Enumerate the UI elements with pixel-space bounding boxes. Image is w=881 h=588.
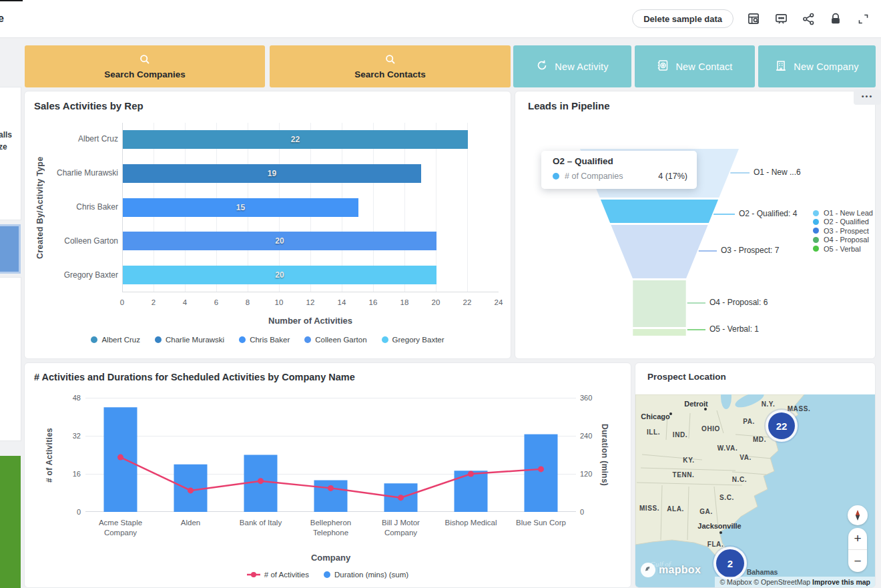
tooltip-series-dot <box>553 173 559 180</box>
category-label: Bishop Medical <box>436 518 507 528</box>
bar[interactable]: 20 <box>123 232 436 250</box>
compass-control[interactable] <box>848 505 868 525</box>
funnel-stage-label: O4 - Proposal: 6 <box>709 298 768 307</box>
state-label: IND. <box>673 431 687 438</box>
activities-durations-card: # Activities and Durations for Scheduled… <box>24 362 631 588</box>
state-label: VA. <box>740 454 752 461</box>
expand-icon[interactable] <box>856 11 870 26</box>
delete-sample-data-button[interactable]: Delete sample data <box>632 9 733 28</box>
state-label: W.VA. <box>717 445 738 452</box>
funnel-stage[interactable] <box>601 200 718 223</box>
left-tick: 16 <box>57 470 81 478</box>
funnel-tooltip: O2 – Qualified # of Companies 4 (17%) <box>541 151 697 189</box>
legend-item[interactable]: O1 - New Lead <box>813 209 873 217</box>
legend-item[interactable]: O3 - Prospect <box>813 227 869 235</box>
state-label: PA. <box>743 418 755 425</box>
city-label: Detroit <box>684 400 707 408</box>
bar[interactable]: 15 <box>123 198 358 217</box>
legend-dot <box>91 336 97 343</box>
cluster-marker[interactable]: 2 <box>713 547 747 580</box>
bar[interactable]: 19 <box>123 164 421 183</box>
legend-dot <box>304 336 311 343</box>
funnel-stage-label: O5 - Verbal: 1 <box>709 324 759 334</box>
presentation-icon[interactable] <box>774 11 788 26</box>
report-search-icon[interactable] <box>746 11 761 26</box>
legend-item[interactable]: Colleen Garton <box>304 336 366 344</box>
legend-item[interactable]: O4 - Proposal <box>813 236 869 244</box>
new-company-button[interactable]: New Company <box>758 45 876 87</box>
zoom-controls: + − <box>848 528 867 572</box>
activities-point[interactable] <box>468 471 474 477</box>
city-label: Chicago <box>641 412 669 420</box>
duration-bar[interactable] <box>455 471 488 512</box>
leads-pipeline-card: Leads in Pipeline O1 - New ...6O2 - Qual… <box>515 91 876 359</box>
share-icon[interactable] <box>801 11 816 26</box>
activities-point[interactable] <box>188 487 194 493</box>
activities-point[interactable] <box>328 485 334 491</box>
duration-bar[interactable] <box>314 481 348 513</box>
zoom-in-button[interactable]: + <box>848 528 867 550</box>
bar[interactable]: 22 <box>123 130 468 149</box>
button-label: Search Contacts <box>354 69 426 79</box>
new-contact-button[interactable]: New Contact <box>635 45 755 87</box>
state-label: GA. <box>699 508 713 515</box>
zoom-out-button[interactable]: − <box>848 550 867 572</box>
activities-point[interactable] <box>538 466 544 472</box>
state-label: TENN. <box>673 471 695 479</box>
attribution-text: © Mapbox © OpenStreetMap <box>719 578 812 586</box>
sidebar-blue-card[interactable] <box>0 224 21 274</box>
state-label: OHIO <box>701 425 720 432</box>
legend-item[interactable]: O2 - Qualified <box>813 218 869 226</box>
legend-item[interactable]: # of Activities <box>247 571 309 579</box>
x-tick: 14 <box>338 298 346 306</box>
activities-point[interactable] <box>398 495 404 501</box>
category-label: Alden <box>156 518 226 528</box>
left-tick: 32 <box>57 432 81 440</box>
y-axis-title: Created By/Activity Type <box>35 123 45 292</box>
new-activity-button[interactable]: New Activity <box>513 45 631 87</box>
category-label: Gregory Baxter <box>47 270 118 280</box>
improve-map-link[interactable]: Improve this map <box>812 578 870 586</box>
edge-artifact <box>0 0 23 1</box>
mapbox-wordmark: mapbox <box>659 564 701 576</box>
funnel-stage[interactable] <box>633 280 685 327</box>
legend-item[interactable]: Duration (mins) (sum) <box>324 571 408 579</box>
search-contacts-button[interactable]: Search Contacts <box>270 45 511 87</box>
state-label: MISS. <box>639 505 659 512</box>
legend-item[interactable]: Gregory Baxter <box>382 336 445 344</box>
duration-bar[interactable] <box>525 434 558 512</box>
funnel-stage[interactable] <box>633 329 685 336</box>
button-label: New Company <box>794 61 858 72</box>
legend-item[interactable]: Charlie Murawski <box>155 336 224 344</box>
legend-item[interactable]: Albert Cruz <box>91 336 140 344</box>
sidebar-card-middle <box>0 277 21 441</box>
legend-item[interactable]: O5 - Verbal <box>813 245 861 253</box>
category-label: Chris Baker <box>47 202 118 212</box>
truncated-nav-text: e <box>0 13 4 25</box>
lock-icon[interactable] <box>828 11 843 26</box>
cluster-marker[interactable]: 22 <box>766 410 798 442</box>
left-axis-title: # of Activities <box>45 398 54 512</box>
activities-point[interactable] <box>258 478 264 484</box>
sidebar-green-card[interactable] <box>0 456 21 588</box>
map-land <box>635 394 875 588</box>
funnel-stage[interactable] <box>611 225 707 278</box>
x-tick: 4 <box>183 298 187 306</box>
search-icon <box>385 54 396 67</box>
crm-dashboard: e Delete sample data <box>0 0 881 588</box>
city-dot <box>669 412 672 415</box>
activities-point[interactable] <box>117 455 123 461</box>
right-tick: 120 <box>580 470 607 478</box>
card-menu-button[interactable]: ••• <box>854 89 881 105</box>
mapbox-logo[interactable]: mapbox <box>640 562 701 578</box>
state-label: ILL. <box>647 428 660 436</box>
category-label: Bank of Italy <box>226 518 296 528</box>
right-axis-title: Duration (mins) <box>600 398 609 512</box>
funnel-stage-label: O2 - Qualified: 4 <box>739 209 797 218</box>
legend-item[interactable]: Chris Baker <box>239 336 290 344</box>
button-label: New Activity <box>555 61 609 72</box>
search-companies-button[interactable]: Search Companies <box>25 45 265 87</box>
map[interactable]: Gulf of DetroitChicagoJacksonvilleN.Y.MA… <box>635 394 875 588</box>
category-label: Blue Sun Corp <box>506 518 577 528</box>
bar[interactable]: 20 <box>123 266 436 284</box>
